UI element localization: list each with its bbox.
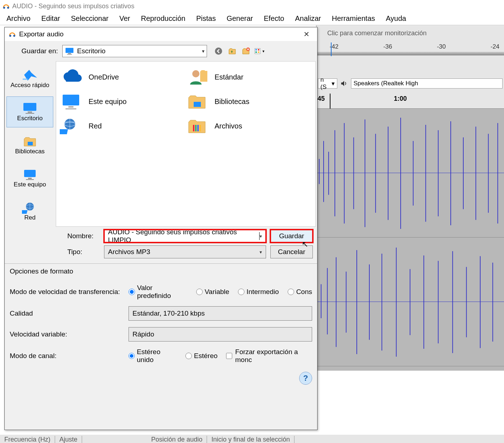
waveform-track-1[interactable]: [316, 109, 504, 238]
save-button[interactable]: Guardar: [270, 230, 313, 243]
background-toolbar: Clic para comenzar monitorización -42 -3…: [316, 25, 504, 94]
folder-item-libraries[interactable]: Bibliotecas: [186, 92, 312, 110]
folder-item-onedrive[interactable]: OneDrive: [60, 68, 186, 86]
place-desktop[interactable]: Escritorio: [6, 96, 53, 127]
format-options-group: Opciones de formato Modo de velocidad de…: [5, 263, 317, 369]
menu-ver[interactable]: Ver: [116, 13, 134, 24]
timeline-area: 45 1:00: [316, 94, 504, 371]
menu-pistas[interactable]: Pistas: [193, 13, 219, 24]
svg-rect-73: [68, 53, 71, 54]
monitoring-hint[interactable]: Clic para comenzar monitorización: [327, 30, 427, 37]
main-window-title: AUDIO - Seguindo seus impulsos criativos: [12, 3, 134, 10]
status-bar: Frecuencia (Hz) Ajuste Posición de audio…: [0, 435, 504, 443]
menu-archivo[interactable]: Archivo: [3, 13, 34, 24]
svg-rect-81: [258, 51, 259, 53]
chevron-down-icon: ▾: [260, 234, 262, 239]
svg-rect-79: [258, 49, 259, 50]
radio-joint-stereo[interactable]: Estéreo unido: [129, 348, 177, 364]
chevron-down-icon: ▾: [202, 48, 204, 54]
radio-variable[interactable]: Variable: [196, 288, 229, 296]
filename-input[interactable]: AUDIO - Seguindo seus impulsos criativos…: [104, 230, 266, 243]
menu-analizar[interactable]: Analizar: [291, 13, 324, 24]
vbr-speed-dropdown[interactable]: Rápido: [129, 327, 312, 342]
radio-constant[interactable]: Cons: [288, 288, 312, 296]
folder-item-archivos[interactable]: Archivos: [186, 117, 312, 135]
places-bar: Acceso rápido Escritorio Bibliotecas Est…: [5, 61, 55, 227]
place-network[interactable]: Red: [6, 196, 53, 227]
main-window-titlebar: AUDIO - Seguindo seus impulsos criativos: [0, 0, 504, 12]
folder-item-user[interactable]: Estándar: [186, 68, 312, 86]
menubar: Archivo Editar Seleccionar Ver Reproducc…: [0, 12, 504, 25]
svg-rect-91: [22, 210, 28, 214]
menu-seleccionar[interactable]: Seleccionar: [67, 13, 112, 24]
bitrate-mode-label: Modo de velocidad de transferencia:: [10, 288, 125, 296]
place-quick-access[interactable]: Acceso rápido: [6, 63, 53, 94]
menu-reproduccion[interactable]: Reproducción: [138, 13, 189, 24]
output-device-dropdown[interactable]: Speakers (Realtek High: [351, 78, 503, 89]
channel-mode-label: Modo de canal:: [10, 352, 125, 360]
quality-dropdown[interactable]: Estándar, 170-210 kbps: [129, 306, 312, 321]
savein-location-dropdown[interactable]: Escritorio ▾: [62, 45, 207, 57]
svg-point-92: [192, 70, 199, 77]
place-libraries[interactable]: Bibliotecas: [6, 130, 53, 161]
filetype-label: Tipo:: [67, 248, 100, 256]
folder-pane[interactable]: OneDrive Estándar Este equipo Biblioteca…: [56, 61, 316, 227]
audacity-icon: [8, 30, 16, 38]
svg-rect-85: [28, 142, 33, 145]
svg-rect-86: [24, 170, 36, 177]
db-meter-scale: -42 -36 -30 -24: [325, 43, 504, 50]
menu-efecto[interactable]: Efecto: [260, 13, 288, 24]
svg-rect-99: [60, 129, 68, 134]
vbr-speed-label: Velocidad variable:: [10, 330, 125, 338]
radio-stereo[interactable]: Estéreo: [185, 352, 217, 360]
svg-rect-95: [66, 108, 76, 109]
filetype-dropdown[interactable]: Archivos MP3 ▾: [104, 245, 266, 258]
export-audio-dialog: Exportar audio ✕ Guardar en: Escritorio …: [4, 27, 318, 430]
db-marker: [331, 42, 332, 56]
svg-rect-100: [193, 125, 194, 131]
savein-label: Guardar en:: [9, 47, 58, 55]
svg-rect-80: [256, 51, 257, 53]
svg-point-70: [9, 35, 12, 37]
filename-label: Nombre:: [67, 232, 100, 240]
radio-preset[interactable]: Valor predefinido: [129, 284, 188, 300]
view-menu-button[interactable]: ▾: [255, 46, 265, 56]
force-mono-checkbox[interactable]: Forzar exportación a monc: [226, 348, 312, 364]
quality-label: Calidad: [10, 309, 125, 317]
audacity-icon: [2, 2, 10, 10]
svg-rect-72: [66, 48, 73, 53]
up-one-level-button[interactable]: [227, 46, 237, 56]
svg-rect-83: [28, 112, 32, 113]
svg-rect-74: [67, 54, 72, 55]
menu-editar[interactable]: Editar: [38, 13, 64, 24]
svg-rect-88: [26, 179, 34, 180]
svg-rect-78: [256, 49, 257, 50]
svg-point-0: [3, 7, 5, 9]
format-legend: Opciones de formato: [10, 267, 312, 275]
new-folder-button[interactable]: [241, 46, 251, 56]
place-this-pc[interactable]: Este equipo: [6, 163, 53, 194]
folder-item-network[interactable]: Red: [60, 117, 186, 135]
menu-ayuda[interactable]: Ayuda: [382, 13, 410, 24]
svg-point-1: [7, 7, 9, 9]
waveform-track-2[interactable]: [316, 238, 504, 366]
timeline-ruler[interactable]: 45 1:00: [316, 94, 504, 109]
playhead-marker[interactable]: [330, 94, 330, 109]
svg-rect-82: [23, 103, 36, 111]
cancel-button[interactable]: Cancelar: [270, 245, 313, 258]
dialog-titlebar: Exportar audio ✕: [5, 27, 317, 41]
desktop-icon: [65, 48, 74, 55]
close-button[interactable]: ✕: [299, 29, 314, 40]
svg-rect-96: [194, 102, 201, 107]
svg-point-71: [13, 35, 15, 37]
help-button[interactable]: ?: [299, 372, 312, 385]
host-dropdown[interactable]: n (S▾: [318, 78, 337, 89]
folder-item-this-pc[interactable]: Este equipo: [60, 92, 186, 110]
dialog-title: Exportar audio: [19, 30, 64, 38]
back-button[interactable]: [213, 46, 224, 56]
svg-rect-103: [199, 125, 201, 131]
radio-average[interactable]: Intermedio: [238, 288, 279, 296]
menu-herramientas[interactable]: Herramientas: [328, 13, 379, 24]
menu-generar[interactable]: Generar: [223, 13, 256, 24]
svg-rect-87: [28, 178, 32, 179]
